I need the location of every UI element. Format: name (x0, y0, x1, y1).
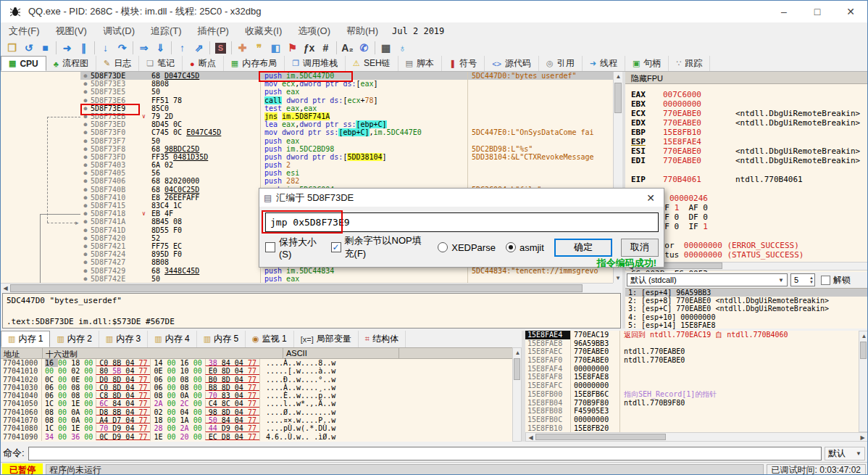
tab-trace[interactable]: ∵跟踪 (669, 56, 710, 71)
register-row[interactable]: EIP770B4061ntdll.770B4061 (631, 175, 868, 184)
scroll-thumb[interactable] (860, 342, 867, 359)
scroll-thumb[interactable] (614, 83, 622, 113)
internet-icon[interactable]: ♁ (394, 40, 411, 56)
breakpoint-dot[interactable]: ● (80, 80, 91, 88)
breakpoint-dot[interactable]: ● (80, 137, 91, 145)
disasm-row[interactable]: ●5D8F73F750push eax (1, 137, 613, 145)
register-row[interactable]: EBP15E8FB10 (631, 128, 868, 137)
tab-dump-3[interactable]: ▥内存 3 (99, 331, 148, 347)
dump-row[interactable]: 7704100016 00 18 00C0 8B 04 7714 00 16 0… (1, 359, 512, 367)
tab-source[interactable]: <>源代码 (485, 56, 539, 71)
stack-vscrollbar[interactable]: ▲ (859, 331, 868, 432)
tab-dump-5[interactable]: ▥内存 5 (197, 331, 246, 347)
breakpoint-dot[interactable]: ● (80, 186, 91, 194)
label-icon[interactable]: ◧ (267, 40, 284, 56)
stack-row[interactable]: 15E8FB08F45905E3 (525, 407, 859, 416)
phone-icon[interactable]: ✆ (356, 40, 372, 56)
breakpoint-dot[interactable]: ● (80, 218, 91, 226)
breakpoint-dot[interactable]: ● (80, 258, 91, 266)
stack-row[interactable]: 15E8FAFC00000000 (525, 381, 859, 390)
minimize-button[interactable]: – (767, 1, 801, 22)
argument-row[interactable]: 5: [esp+14] 15E8FAE8 (625, 321, 868, 329)
function-icon[interactable]: ƒx (301, 40, 317, 56)
flags-row[interactable]: LastStatus 00000000 (STATUS_SUCCESS) (631, 250, 868, 260)
breakpoint-dot[interactable]: ● (80, 210, 91, 218)
tab-breakpoints[interactable]: ●断点 (183, 56, 224, 71)
stack-row[interactable]: 15E8FB0C00000000 (525, 416, 859, 424)
stack-row[interactable]: 15E8FB1015E8FB20 (525, 424, 859, 432)
stack-row[interactable]: 15E8FAF815E8FAE8 (525, 373, 859, 381)
tab-script[interactable]: ▤脚本 (398, 56, 442, 71)
nop-fill-checkbox[interactable]: ✓ (331, 242, 341, 252)
tab-memory-map[interactable]: ▦内存布局 (224, 56, 285, 71)
tab-struct[interactable]: ⌗结构体 (359, 331, 406, 347)
register-row[interactable]: ESI770EABE0<ntdll.DbgUiRemoteBreakin> (631, 146, 868, 156)
stepper-arrows-icon[interactable]: ▲▼ (809, 276, 814, 284)
stack-row[interactable]: 15E8FAE4770EAC19返回到 ntdll.770EAC19 自 ntd… (525, 331, 859, 339)
breakpoint-dot[interactable]: ● (80, 153, 91, 161)
tab-call-stack[interactable]: ❐调用堆栈 (285, 56, 346, 71)
breakpoint-dot[interactable]: ● (80, 202, 91, 210)
hash-icon[interactable]: # (317, 40, 334, 56)
register-row[interactable]: ESP15E8FAE4 (631, 137, 868, 146)
argument-row[interactable]: 4: [esp+10] 00000000 (625, 313, 868, 321)
dump-row[interactable]: 770410200C 00 0E 00D0 8D 04 7706 00 08 0… (1, 376, 512, 384)
menu-文件(F)[interactable]: 文件(F) (1, 25, 48, 38)
breakpoint-dot[interactable]: ● (80, 226, 91, 234)
restart-icon[interactable]: ↺ (20, 40, 37, 56)
cancel-button[interactable]: 取消 (621, 239, 659, 257)
scroll-down-arrow[interactable]: ▼ (614, 273, 622, 283)
disasm-row[interactable]: ●5D8F740556push esi (1, 169, 613, 177)
dialog-close-icon[interactable]: ✕ (642, 192, 659, 204)
scroll-down-arrow[interactable] (513, 102, 522, 111)
menu-插件(P)[interactable]: 插件(P) (190, 25, 237, 38)
patch-icon[interactable]: ✚ (234, 40, 251, 56)
tab-locals[interactable]: [x=]局部变量 (294, 331, 359, 347)
breakpoint-dot[interactable]: ● (80, 120, 91, 128)
scroll-thumb[interactable] (535, 434, 666, 440)
step-over-icon[interactable]: ↷ (114, 40, 130, 56)
flags-row[interactable]: ZF 1 PF 1 AF 0 (631, 203, 868, 212)
stack-row[interactable]: 15E8FB0015E8FB6C指向SEH_Record[1]的指针 (525, 390, 859, 399)
scroll-right-arrow[interactable]: ▶ (858, 433, 867, 442)
step-out-icon[interactable]: ⇓ (152, 40, 169, 56)
assemble-icon[interactable]: A₂ (339, 40, 356, 56)
calling-convention-select[interactable]: 默认 (stdcall) ▼ (627, 273, 788, 286)
argument-row[interactable]: 2: [esp+8] 770EABE0 <ntdll.DbgUiRemoteBr… (625, 297, 868, 305)
flags-row[interactable]: LastError 00000000 (ERROR_SUCCESS) (631, 241, 868, 250)
register-row[interactable]: EBX00000000 (631, 99, 868, 109)
execute-till-return-icon[interactable]: ⇒ (135, 40, 152, 56)
flags-row[interactable] (631, 231, 868, 241)
disassembly-hscrollbar[interactable]: ◀ (1, 283, 613, 292)
xedparse-radio[interactable] (438, 242, 448, 252)
dump-row[interactable]: 7704104006 00 08 00C8 8D 04 7708 00 0A 0… (1, 392, 512, 400)
breakpoint-dot[interactable]: ● (80, 161, 91, 169)
breakpoint-dot[interactable]: ● (80, 242, 91, 250)
hide-fpu-button[interactable]: 隐藏FPU (625, 72, 868, 84)
flags-row[interactable]: EFLAGS 00000246 (631, 194, 868, 203)
command-input[interactable] (28, 447, 822, 460)
tab-references[interactable]: ◎引用 (539, 56, 583, 71)
stack-row[interactable]: 15E8FAEC770EABE0ntdll.770EABE0 (525, 347, 859, 356)
flags-row[interactable]: CF 0 TF 0 IF 1 (631, 222, 868, 231)
disasm-row[interactable]: ●5D8F73E550push eax (1, 88, 613, 96)
pause-icon[interactable]: ∥ (75, 40, 92, 56)
disasm-row[interactable]: ●5D8F740668 82020000push 282 (1, 177, 613, 185)
unlock-checkbox[interactable] (821, 276, 830, 285)
breakpoint-dot[interactable]: ● (80, 275, 91, 283)
stack-row[interactable]: 15E8FAF0770EABE0ntdll.770EABE0 (525, 356, 859, 365)
breakpoint-dot[interactable]: ● (80, 194, 91, 202)
run-icon[interactable]: ➜ (59, 40, 75, 56)
stack-row[interactable]: 15E8FAE896A59BB3 (525, 339, 859, 348)
tab-symbols[interactable]: ❚符号 (442, 56, 485, 71)
disasm-row[interactable]: ●5D8F73FDFF35 0481D35Dpush dword ptr ds:… (1, 153, 613, 161)
menu-帮助(H)[interactable]: 帮助(H) (338, 25, 386, 38)
stop-debug-icon[interactable]: ■ (37, 40, 54, 56)
disasm-row[interactable]: ●5D8F742968 3448C45Dpush im.5DC448345DC4… (1, 267, 613, 275)
disasm-row[interactable]: ●5D8F73F868 98BDC25Dpush im.5DC2BD985DC2… (1, 145, 613, 153)
command-mode-dropdown[interactable]: 默认 ▼ (825, 447, 865, 460)
dump-vscrollbar[interactable]: ▲ (512, 347, 522, 442)
open-file-icon[interactable]: ❒ (4, 40, 20, 56)
dialog-titlebar[interactable]: ▤ 汇编于 5D8F73DE ✕ (259, 189, 664, 207)
menu-收藏夹(I)[interactable]: 收藏夹(I) (237, 25, 290, 38)
